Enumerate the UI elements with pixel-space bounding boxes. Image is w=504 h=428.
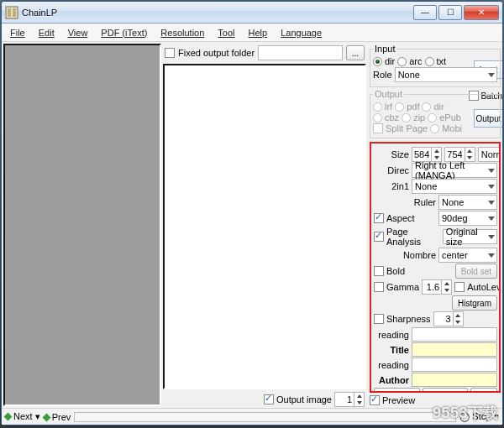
aspect-checkbox[interactable] [374, 213, 384, 223]
split-page-checkbox [373, 123, 383, 133]
preview-label: Preview [382, 395, 415, 405]
title-label: Title [374, 345, 409, 355]
reading1-label: reading [374, 330, 409, 340]
output-image-checkbox[interactable] [264, 394, 274, 405]
out-zip-radio [402, 113, 411, 123]
ruler-select[interactable]: None [438, 195, 497, 210]
input-txt-radio[interactable] [425, 57, 434, 66]
reading1-input[interactable] [412, 327, 497, 342]
menu-resolution[interactable]: Resolution [154, 26, 211, 39]
svg-rect-2 [13, 8, 16, 17]
author-label: Author [374, 375, 409, 385]
docinfo-button[interactable]: Doc Info [423, 388, 469, 393]
aspect-select[interactable]: 90deg [438, 211, 497, 226]
fixed-output-input[interactable] [258, 45, 343, 60]
settings-highlight-box: Size 584 754 Normal Direc Right to Left … [370, 142, 501, 393]
out-mobi-radio [430, 124, 439, 133]
app-icon [5, 6, 18, 19]
direc-select[interactable]: Right to Left (MANGA) [412, 163, 497, 178]
gamma-spin[interactable]: 1.6 [422, 279, 452, 295]
fixed-output-label: Fixed output folder [178, 48, 255, 58]
menu-view[interactable]: View [61, 26, 95, 39]
reading2-input[interactable] [412, 358, 497, 372]
fixed-output-checkbox[interactable] [165, 48, 175, 58]
menu-file[interactable]: File [3, 26, 32, 39]
twoin1-label: 2in1 [374, 181, 409, 191]
page-analysis-checkbox[interactable] [374, 232, 384, 242]
preview-panel[interactable] [163, 64, 366, 389]
input-arc-radio[interactable] [397, 57, 407, 66]
browse-button[interactable]: ... [346, 45, 365, 60]
nombre-select[interactable]: center [438, 248, 497, 263]
out-cbz-radio [373, 113, 382, 123]
reading2-label: reading [374, 360, 409, 370]
titlebar[interactable]: ChainLP — ☐ ✕ [2, 2, 502, 23]
size-label: Size [374, 149, 409, 159]
output-group-label: Output [373, 89, 404, 99]
output-image-spin[interactable]: 1 [334, 392, 365, 407]
menu-pdf[interactable]: PDF (iText) [94, 26, 154, 39]
bold-set-button[interactable]: Bold set [455, 264, 497, 279]
minimize-button[interactable]: — [413, 5, 437, 20]
output-image-label: Output image [276, 394, 332, 405]
twoin1-select[interactable]: None [412, 179, 497, 194]
input-group: Input dir arc txt Role None [370, 44, 501, 87]
out-epub-radio [428, 113, 437, 123]
title-input[interactable] [412, 342, 497, 357]
out-lrf-radio [373, 102, 382, 112]
input-group-label: Input [373, 44, 396, 54]
output-group: Output lrf pdf dir cbz zip ePub Split [370, 89, 501, 138]
stop-button[interactable]: ◯ Stop ▾ [459, 411, 499, 422]
direc-label: Direc [374, 165, 409, 175]
sharpness-checkbox[interactable] [374, 314, 384, 324]
autolevel-checkbox[interactable] [454, 282, 465, 292]
nombre-label: Nombre [403, 250, 436, 260]
rev-button[interactable]: Rev [470, 388, 497, 393]
input-dir-radio[interactable] [373, 57, 382, 66]
preview-checkbox[interactable] [370, 395, 380, 405]
menubar: File Edit View PDF (iText) Resolution To… [2, 23, 502, 42]
gamma-checkbox[interactable] [374, 282, 384, 292]
role-label: Role [373, 70, 392, 80]
menu-tool[interactable]: Tool [211, 26, 241, 39]
progress-bar [74, 412, 456, 422]
out-pdf-radio [395, 102, 404, 112]
prev-button[interactable]: Prev [44, 412, 71, 422]
maximize-button[interactable]: ☐ [438, 5, 462, 20]
window-title: ChainLP [22, 8, 412, 18]
menu-edit[interactable]: Edit [32, 26, 61, 39]
bold-checkbox[interactable] [374, 266, 384, 276]
statusbar: Next ▾ Prev ◯ Stop ▾ [2, 408, 502, 425]
svg-rect-1 [8, 8, 11, 17]
ruler-label: Ruler [414, 197, 436, 207]
histogram-button[interactable]: Histgram [452, 295, 497, 311]
page-analysis-select[interactable]: Original size [443, 229, 497, 244]
app-window: ChainLP — ☐ ✕ File Edit View PDF (iText)… [1, 1, 503, 425]
out-dir-radio [422, 102, 431, 112]
sharpness-spin[interactable]: 3 [433, 311, 464, 326]
menu-language[interactable]: Language [274, 26, 328, 39]
next-button[interactable]: Next ▾ [5, 411, 40, 422]
file-list-panel[interactable] [3, 44, 161, 406]
role-select[interactable]: None [395, 67, 497, 82]
menu-help[interactable]: Help [242, 26, 275, 39]
close-button[interactable]: ✕ [464, 5, 499, 20]
toc-button[interactable]: TOC [374, 388, 420, 393]
author-input[interactable] [412, 373, 497, 387]
